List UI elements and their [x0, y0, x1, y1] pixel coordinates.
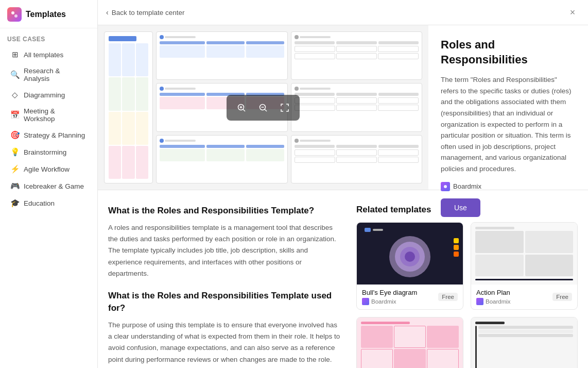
- related-card-name: Bull's Eye diagram: [362, 289, 417, 296]
- meeting-workshop-icon: 📅: [10, 110, 20, 120]
- related-author-name: Boardmix: [486, 298, 511, 305]
- preview-col-h: [295, 145, 335, 148]
- svg-point-0: [11, 11, 14, 14]
- preview-c: [378, 97, 419, 104]
- research-analysis-icon: 🔍: [10, 70, 20, 79]
- preview-cell-big: [206, 149, 245, 161]
- preview-row-headers3: [295, 145, 419, 148]
- sidebar-item-strategy-planning[interactable]: 🎯Strategy & Planning: [3, 127, 94, 143]
- zoom-in-button[interactable]: [233, 99, 250, 116]
- svg-line-3: [243, 109, 245, 111]
- author-name: Boardmix: [453, 182, 481, 190]
- preview-cell: [122, 146, 134, 179]
- related-template-card[interactable]: Action Plan Boardmix Free: [471, 222, 578, 310]
- related-card-thumbnail: [357, 317, 463, 368]
- related-template-card[interactable]: Template 4 Boardmix Free: [471, 317, 578, 368]
- description-para-1: A roles and responsibilities template is…: [108, 222, 341, 279]
- preview-card-header: [160, 35, 284, 39]
- related-card-info: Bull's Eye diagram Boardmix Free: [357, 285, 463, 309]
- template-description: The term "Roles and Responsibilities" re…: [441, 74, 576, 174]
- brainstorming-icon: 💡: [10, 147, 20, 157]
- sidebar-item-label-agile-workflow: Agile Workflow: [24, 165, 70, 173]
- preview-row: [160, 149, 284, 161]
- description-para-2: The purpose of using this template is to…: [108, 320, 341, 365]
- preview-right-col: [291, 31, 423, 183]
- fullscreen-button[interactable]: [276, 99, 293, 116]
- preview-right-card-1: [291, 31, 423, 80]
- author-logo: [441, 182, 450, 191]
- preview-grid: [295, 46, 419, 59]
- diagramming-icon: ◇: [10, 90, 20, 99]
- sidebar-item-all-templates[interactable]: ⊞All templates: [3, 46, 94, 63]
- preview-cell: [109, 43, 121, 76]
- related-template-card[interactable]: Bull's Eye diagram Boardmix Free: [356, 222, 463, 310]
- related-card-author-row: Boardmix: [476, 298, 511, 305]
- related-card-details: Bull's Eye diagram Boardmix: [362, 289, 417, 305]
- zoom-out-button[interactable]: [254, 99, 272, 116]
- preview-col-h: [160, 93, 205, 96]
- preview-col-h: [246, 145, 284, 148]
- sidebar-item-education[interactable]: 🎓Education: [3, 195, 94, 211]
- related-templates-grid: Bull's Eye diagram Boardmix Free: [356, 222, 578, 368]
- preview-card-header: [160, 87, 284, 91]
- preview-c: [336, 46, 377, 52]
- svg-line-7: [265, 109, 267, 111]
- preview-cell-big: [246, 149, 284, 161]
- preview-c: [295, 105, 335, 111]
- bottom-section: What is the Roles and Responsibilities T…: [98, 190, 588, 368]
- preview-card-header: [295, 35, 419, 39]
- sidebar-item-label-diagramming: Diagramming: [24, 91, 65, 99]
- preview-cell: [136, 77, 148, 110]
- preview-row-headers: [160, 145, 284, 148]
- sidebar-item-label-all-templates: All templates: [24, 51, 63, 59]
- sidebar-logo: [7, 7, 22, 22]
- preview-grid: [109, 43, 148, 179]
- info-panel: Roles and Responsibilities The term "Rol…: [428, 25, 588, 190]
- preview-cell: [122, 77, 134, 110]
- preview-cell-big: [160, 149, 205, 161]
- main-content: ‹ Back to template center ×: [98, 0, 588, 368]
- related-card-thumbnail: [471, 317, 577, 368]
- preview-col-h: [206, 41, 245, 44]
- related-card-info: Action Plan Boardmix Free: [471, 285, 577, 309]
- all-templates-icon: ⊞: [10, 50, 20, 59]
- related-author-name: Boardmix: [371, 298, 396, 305]
- use-cases-section-label: Use cases: [0, 28, 97, 46]
- preview-card-header: [295, 139, 419, 143]
- preview-col-h: [295, 41, 335, 44]
- close-button[interactable]: ×: [565, 5, 580, 20]
- sidebar-item-label-meeting-workshop: Meeting & Workshop: [24, 107, 87, 123]
- preview-left-card: [104, 31, 153, 183]
- sidebar-item-icebreaker-game[interactable]: 🎮Icebreaker & Game: [3, 178, 94, 194]
- preview-c: [336, 53, 377, 59]
- preview-cell: [122, 43, 134, 76]
- preview-row-headers: [295, 41, 419, 44]
- sidebar-item-research-analysis[interactable]: 🔍Research & Analysis: [3, 63, 94, 86]
- sidebar-item-label-icebreaker-game: Icebreaker & Game: [24, 182, 84, 190]
- sidebar-item-agile-workflow[interactable]: ⚡Agile Workflow: [3, 161, 94, 177]
- sidebar-item-brainstorming[interactable]: 💡Brainstorming: [3, 144, 94, 160]
- preview-cell-big: [160, 45, 205, 58]
- sidebar-item-diagramming[interactable]: ◇Diagramming: [3, 87, 94, 103]
- preview-dot: [295, 139, 299, 143]
- preview-col-h: [246, 41, 284, 44]
- related-template-card[interactable]: Template 3 Boardmix Free: [356, 317, 463, 368]
- preview-col-h: [378, 41, 419, 44]
- preview-section: Roles and Responsibilities The term "Rol…: [98, 25, 588, 190]
- back-to-template-center-link[interactable]: ‹ Back to template center: [106, 8, 185, 16]
- preview-col-h: [160, 145, 205, 148]
- description-area: What is the Roles and Responsibilities T…: [108, 205, 341, 368]
- preview-cell: [122, 112, 134, 145]
- sidebar-item-meeting-workshop[interactable]: 📅Meeting & Workshop: [3, 104, 94, 126]
- sidebar-header: Templates: [0, 0, 97, 28]
- preview-right-card-2: [291, 83, 423, 131]
- preview-c: [336, 97, 377, 104]
- preview-text-bar: [165, 36, 196, 38]
- preview-overlay-toolbar: [227, 95, 300, 121]
- related-card-badge: Free: [552, 293, 572, 301]
- preview-c: [336, 149, 377, 156]
- preview-c: [378, 149, 419, 156]
- preview-col-h: [160, 41, 205, 44]
- preview-c: [295, 157, 335, 163]
- related-card-details: Action Plan Boardmix: [476, 289, 511, 305]
